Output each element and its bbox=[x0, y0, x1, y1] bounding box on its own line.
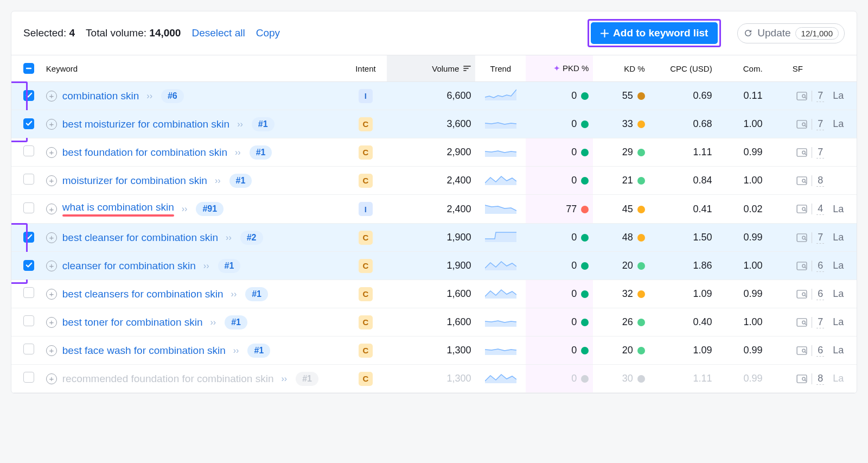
header-pkd[interactable]: ✦PKD % bbox=[526, 55, 593, 82]
sf-cell[interactable]: 7 bbox=[771, 316, 825, 328]
intent-badge[interactable]: C bbox=[359, 231, 373, 245]
sf-count[interactable]: 7 bbox=[816, 316, 824, 328]
header-trend[interactable]: Trend bbox=[475, 55, 526, 82]
sf-count[interactable]: 7 bbox=[816, 147, 824, 158]
update-button[interactable]: Update 12/1,000 bbox=[737, 23, 845, 43]
expand-icon[interactable]: + bbox=[46, 261, 57, 271]
expand-icon[interactable]: + bbox=[46, 119, 57, 130]
expand-icon[interactable]: + bbox=[46, 373, 57, 384]
add-to-keyword-list-button[interactable]: Add to keyword list bbox=[591, 22, 718, 44]
header-kd[interactable]: KD % bbox=[593, 55, 649, 82]
keyword-link[interactable]: best face wash for combination skin bbox=[62, 345, 226, 356]
expand-icon[interactable]: + bbox=[46, 289, 57, 300]
com-cell: 0.99 bbox=[717, 224, 767, 252]
keyword-link[interactable]: best cleanser for combination skin bbox=[62, 232, 218, 243]
rank-badge[interactable]: #1 bbox=[247, 344, 270, 358]
sf-count[interactable]: 8 bbox=[816, 175, 824, 187]
keyword-link[interactable]: best moisturizer for combination skin bbox=[62, 118, 229, 130]
header-com[interactable]: Com. bbox=[717, 55, 767, 82]
sf-count[interactable]: 7 bbox=[816, 118, 824, 130]
expand-icon[interactable]: + bbox=[46, 232, 57, 243]
pkd-dot bbox=[581, 319, 589, 326]
sf-cell[interactable]: 7 bbox=[771, 90, 825, 102]
sf-cell[interactable]: 8 bbox=[771, 175, 825, 187]
expand-icon[interactable]: + bbox=[46, 175, 57, 186]
header-volume[interactable]: Volume bbox=[387, 55, 475, 82]
rank-badge[interactable]: #6 bbox=[161, 89, 184, 103]
row-checkbox[interactable] bbox=[23, 260, 34, 271]
keyword-link[interactable]: what is combination skin bbox=[62, 201, 174, 213]
header-sf[interactable]: SF bbox=[767, 55, 829, 82]
sf-count[interactable]: 6 bbox=[816, 260, 824, 272]
rank-badge[interactable]: #1 bbox=[218, 259, 241, 273]
deselect-all-button[interactable]: Deselect all bbox=[192, 27, 245, 39]
intent-badge[interactable]: C bbox=[359, 117, 373, 131]
intent-badge[interactable]: I bbox=[359, 202, 373, 216]
row-checkbox[interactable] bbox=[23, 174, 34, 185]
row-checkbox[interactable] bbox=[23, 90, 34, 101]
intent-badge[interactable]: C bbox=[359, 174, 373, 188]
intent-badge[interactable]: C bbox=[359, 145, 373, 160]
rank-badge[interactable]: #1 bbox=[252, 117, 275, 131]
keyword-link[interactable]: best foundation for combination skin bbox=[62, 147, 227, 158]
intent-badge[interactable]: C bbox=[359, 344, 373, 358]
keyword-link[interactable]: combination skin bbox=[62, 90, 139, 102]
row-checkbox[interactable] bbox=[23, 287, 34, 298]
rank-badge[interactable]: #1 bbox=[250, 145, 272, 160]
header-intent[interactable]: Intent bbox=[344, 55, 387, 82]
expand-icon[interactable]: + bbox=[46, 317, 57, 328]
select-all-header[interactable] bbox=[11, 55, 42, 82]
expand-icon[interactable]: + bbox=[46, 345, 57, 356]
rank-badge[interactable]: #91 bbox=[196, 202, 224, 216]
sf-count[interactable]: 4 bbox=[816, 203, 824, 215]
row-checkbox[interactable] bbox=[23, 372, 34, 383]
row-checkbox[interactable] bbox=[23, 202, 34, 213]
sf-cell[interactable]: 7 bbox=[771, 118, 825, 130]
rank-badge[interactable]: #1 bbox=[225, 315, 247, 329]
row-checkbox[interactable] bbox=[23, 315, 34, 326]
sf-cell[interactable]: 6 bbox=[771, 260, 825, 272]
sf-count[interactable]: 7 bbox=[816, 90, 824, 102]
keyword-link[interactable]: best toner for combination skin bbox=[62, 316, 203, 328]
total-volume-label: Total volume: 14,000 bbox=[86, 27, 181, 39]
sf-cell[interactable]: 6 bbox=[771, 288, 825, 300]
expand-icon[interactable]: + bbox=[46, 91, 57, 102]
expand-icon[interactable]: + bbox=[46, 204, 57, 214]
sf-cell[interactable]: 6 bbox=[771, 345, 825, 357]
keyword-link[interactable]: best cleansers for combination skin bbox=[62, 288, 224, 300]
row-checkbox[interactable] bbox=[23, 232, 34, 243]
keyword-link[interactable]: moisturizer for combination skin bbox=[62, 175, 207, 186]
pkd-cell: 0 bbox=[526, 110, 593, 138]
expand-icon[interactable]: + bbox=[46, 147, 57, 158]
rank-badge[interactable]: #1 bbox=[296, 372, 318, 386]
keyword-link[interactable]: cleanser for combination skin bbox=[62, 260, 196, 271]
copy-button[interactable]: Copy bbox=[256, 27, 280, 39]
sf-count[interactable]: 6 bbox=[816, 288, 824, 300]
header-keyword[interactable]: Keyword bbox=[42, 55, 344, 82]
rank-badge[interactable]: #1 bbox=[229, 174, 252, 188]
kd-cell: 32 bbox=[593, 280, 649, 308]
intent-badge[interactable]: C bbox=[359, 315, 373, 329]
intent-badge[interactable]: I bbox=[359, 89, 373, 103]
row-checkbox[interactable] bbox=[23, 118, 34, 129]
trend-sparkline bbox=[485, 258, 516, 270]
intent-badge[interactable]: C bbox=[359, 372, 373, 386]
table-row: +moisturizer for combination skin››#1C2,… bbox=[11, 167, 857, 195]
sf-count[interactable]: 7 bbox=[816, 232, 824, 244]
rank-badge[interactable]: #1 bbox=[245, 287, 268, 301]
trend-sparkline bbox=[485, 173, 516, 185]
intent-badge[interactable]: C bbox=[359, 259, 373, 273]
row-checkbox[interactable] bbox=[23, 145, 34, 156]
rank-badge[interactable]: #2 bbox=[240, 231, 263, 245]
sf-cell[interactable]: 7 bbox=[771, 232, 825, 244]
intent-badge[interactable]: C bbox=[359, 287, 373, 301]
sf-count[interactable]: 6 bbox=[816, 345, 824, 357]
sf-cell[interactable]: 4 bbox=[771, 203, 825, 215]
sf-cell[interactable]: 8 bbox=[771, 373, 825, 385]
sf-count[interactable]: 8 bbox=[816, 373, 824, 385]
sf-cell[interactable]: 7 bbox=[771, 147, 825, 158]
keyword-link[interactable]: recommended foundation for combination s… bbox=[62, 373, 274, 384]
select-all-checkbox[interactable] bbox=[23, 63, 34, 74]
header-cpc[interactable]: CPC (USD) bbox=[649, 55, 717, 82]
row-checkbox[interactable] bbox=[23, 344, 34, 354]
